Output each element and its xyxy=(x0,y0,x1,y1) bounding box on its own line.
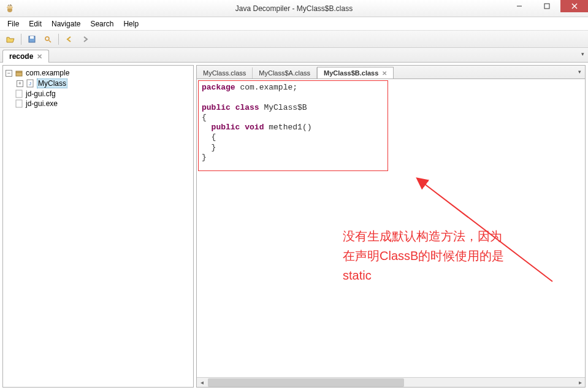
app-icon xyxy=(4,2,16,15)
svg-text:J: J xyxy=(29,81,31,86)
forward-button[interactable] xyxy=(78,32,92,46)
window-titlebar: Java Decompiler - MyClass$B.class xyxy=(0,0,588,17)
editor-tab-label: MyClass$B.class xyxy=(324,69,378,77)
tree-spacer xyxy=(6,91,12,98)
svg-line-9 xyxy=(49,40,51,42)
svg-rect-14 xyxy=(16,90,22,98)
search-button[interactable] xyxy=(41,32,55,46)
code-content: package com.example; public class MyClas… xyxy=(197,79,585,166)
open-button[interactable] xyxy=(4,32,17,46)
window-controls xyxy=(505,0,588,12)
menu-navigate[interactable]: Navigate xyxy=(47,18,85,29)
tree-label: jd-gui.cfg xyxy=(26,90,56,98)
project-tab[interactable]: recode ✕ xyxy=(2,50,49,63)
toolbar xyxy=(0,31,588,48)
scrollbar-thumb[interactable] xyxy=(208,378,404,387)
svg-point-8 xyxy=(45,37,49,40)
svg-rect-15 xyxy=(16,100,22,107)
editor-tab[interactable]: MyClass.class xyxy=(197,67,253,78)
svg-point-1 xyxy=(7,6,13,9)
menu-file[interactable]: File xyxy=(2,18,24,29)
scroll-left-icon[interactable]: ◂ xyxy=(197,378,207,388)
java-file-icon: J xyxy=(26,79,34,88)
file-icon xyxy=(15,90,23,98)
back-button[interactable] xyxy=(63,32,76,46)
annotation-arrow xyxy=(411,171,586,294)
svg-rect-7 xyxy=(30,36,34,39)
minimize-button[interactable] xyxy=(505,0,533,12)
tree-file-node[interactable]: jd-gui.exe xyxy=(6,99,191,109)
svg-rect-10 xyxy=(16,71,22,76)
project-tab-label: recode xyxy=(9,52,33,61)
menu-help[interactable]: Help xyxy=(118,18,143,29)
project-tab-close-icon[interactable]: ✕ xyxy=(37,53,42,61)
package-icon xyxy=(15,69,23,77)
editor-tab-active[interactable]: MyClass$B.class ✕ xyxy=(317,67,394,79)
editor-tab-label: MyClass.class xyxy=(203,69,246,77)
scroll-right-icon[interactable]: ▸ xyxy=(575,378,585,388)
window-title: Java Decompiler - MyClass$B.class xyxy=(235,4,353,13)
package-explorer: − com.example + J MyClass xyxy=(2,65,194,388)
menu-search[interactable]: Search xyxy=(85,18,118,29)
editor-tabbar: MyClass.class MyClass$A.class MyClass$B.… xyxy=(196,65,586,78)
editor-tab-close-icon[interactable]: ✕ xyxy=(382,70,387,77)
tree-root: − com.example + J MyClass xyxy=(3,66,193,111)
tab-overflow-icon[interactable]: ▾ xyxy=(581,51,584,57)
toolbar-separator xyxy=(21,34,21,45)
svg-rect-3 xyxy=(544,4,549,9)
tree-file-node[interactable]: jd-gui.cfg xyxy=(6,89,191,99)
menu-edit[interactable]: Edit xyxy=(24,18,47,29)
maximize-button[interactable] xyxy=(533,0,560,12)
menubar: File Edit Navigate Search Help xyxy=(0,17,588,31)
tree-label: MyClass xyxy=(37,78,67,88)
annotation-text: 没有生成默认构造方法，因为 在声明ClassB的时候使用的是 static xyxy=(343,226,504,285)
close-button[interactable] xyxy=(560,0,588,12)
toolbar-separator xyxy=(58,34,59,45)
horizontal-scrollbar[interactable]: ◂ ▸ xyxy=(197,377,585,387)
editor-tab-label: MyClass$A.class xyxy=(259,69,310,77)
code-editor[interactable]: package com.example; public class MyClas… xyxy=(196,78,586,388)
save-button[interactable] xyxy=(25,32,39,46)
collapse-icon[interactable]: − xyxy=(6,70,12,77)
tree-label: com.example xyxy=(26,69,69,77)
svg-line-16 xyxy=(424,183,552,281)
tab-overflow-icon[interactable]: ▾ xyxy=(578,69,581,75)
tree-package-node[interactable]: − com.example xyxy=(6,68,191,78)
editor-tab[interactable]: MyClass$A.class xyxy=(253,67,317,78)
expand-icon[interactable]: + xyxy=(17,80,23,87)
file-icon xyxy=(15,99,23,108)
tree-label: jd-gui.exe xyxy=(26,99,58,108)
editor-pane: MyClass.class MyClass$A.class MyClass$B.… xyxy=(196,65,586,388)
project-tabbar: recode ✕ ▾ xyxy=(0,48,588,63)
tree-class-node[interactable]: + J MyClass xyxy=(17,78,191,89)
tree-spacer xyxy=(6,101,12,107)
content-area: − com.example + J MyClass xyxy=(0,63,588,390)
